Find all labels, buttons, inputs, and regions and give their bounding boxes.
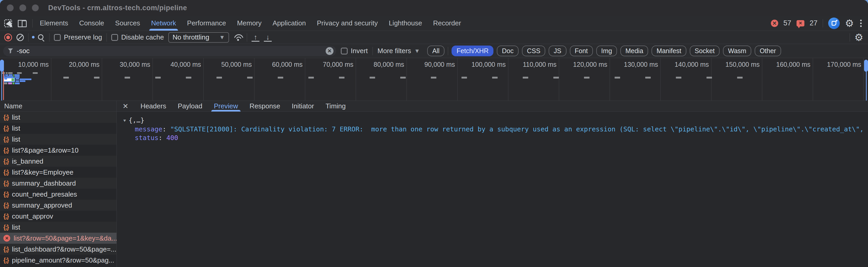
heartbeat-request-bar	[216, 77, 222, 79]
request-waterfall-bar	[6, 72, 8, 74]
table-row[interactable]: {;}list	[0, 112, 117, 123]
table-row[interactable]: {;}pipeline_amount?&row=50&pag...	[0, 255, 117, 266]
minimize-window-button[interactable]	[19, 4, 26, 11]
more-filters-button[interactable]: More filters ▼	[377, 47, 420, 55]
chip-socket[interactable]: Socket	[690, 46, 720, 56]
close-window-button[interactable]	[7, 4, 13, 11]
json-fetch-icon: {;}	[3, 158, 9, 165]
request-waterfall-bar	[16, 80, 19, 82]
window-title: DevTools - crm.altros-tech.com/pipeline	[48, 4, 187, 12]
timeline-label: 10,000 ms	[18, 61, 49, 68]
inspect-element-icon[interactable]	[4, 19, 12, 27]
chip-manifest[interactable]: Manifest	[652, 46, 686, 56]
settings-gear-icon[interactable]: ⚙	[845, 18, 854, 28]
tab-performance[interactable]: Performance	[182, 16, 232, 31]
table-row[interactable]: {;}is_banned	[0, 156, 117, 167]
error-count[interactable]: 57	[783, 19, 791, 27]
chip-other[interactable]: Other	[755, 46, 781, 56]
table-row[interactable]: {;}summary_dashboard	[0, 178, 117, 189]
tab-sources[interactable]: Sources	[110, 16, 146, 31]
table-row[interactable]: {;}list?&key=Employee	[0, 167, 117, 178]
chip-media[interactable]: Media	[620, 46, 648, 56]
chip-doc[interactable]: Doc	[497, 46, 518, 56]
invert-checkbox[interactable]: Invert	[341, 47, 368, 55]
tab-privacy-and-security[interactable]: Privacy and security	[311, 16, 383, 31]
divider	[372, 47, 373, 55]
close-details-icon[interactable]: ✕	[123, 101, 128, 112]
request-name: list_dashboard?&row=50&page=...	[12, 245, 117, 254]
tab-elements[interactable]: Elements	[34, 16, 73, 31]
checkbox-box[interactable]	[54, 34, 61, 41]
details-tab-headers[interactable]: Headers	[135, 101, 172, 112]
disable-cache-checkbox[interactable]: Disable cache	[111, 33, 164, 41]
timeline-cell: 170,000 ms	[813, 58, 864, 100]
filter-input[interactable]	[17, 47, 322, 55]
details-tab-initiator[interactable]: Initiator	[286, 101, 320, 112]
details-tab-timing[interactable]: Timing	[320, 101, 351, 112]
tab-recorder[interactable]: Recorder	[428, 16, 466, 31]
network-filter-row: ✕ Invert More filters ▼ AllFetch/XHRDocC…	[0, 44, 868, 58]
ai-assistant-button[interactable]	[828, 18, 840, 29]
zoom-window-button[interactable]	[32, 4, 39, 11]
details-tab-response[interactable]: Response	[244, 101, 286, 112]
timeline-cell: 70,000 ms	[305, 58, 356, 100]
network-conditions-icon[interactable]	[234, 34, 242, 41]
device-toolbar-icon[interactable]	[18, 19, 27, 27]
table-row[interactable]: {;}list_dashboard?&row=50&page=...	[0, 244, 117, 255]
clear-network-log-button[interactable]	[17, 34, 24, 41]
details-tab-payload[interactable]: Payload	[172, 101, 208, 112]
chip-wasm[interactable]: Wasm	[723, 46, 751, 56]
filter-pill[interactable]: ✕	[3, 46, 336, 56]
preserve-log-checkbox[interactable]: Preserve log	[54, 33, 102, 41]
record-network-log-button[interactable]	[4, 33, 12, 41]
search-network-button[interactable]	[37, 34, 45, 41]
heartbeat-request-bar	[707, 77, 712, 79]
request-name: count_need_presales	[12, 190, 77, 199]
heartbeat-request-bar	[308, 77, 314, 79]
table-row[interactable]: {;}count_need_presales	[0, 189, 117, 200]
issues-icon[interactable]: ✕	[797, 20, 804, 26]
tab-application[interactable]: Application	[267, 16, 311, 31]
timeline-cell: 140,000 ms	[661, 58, 711, 100]
console-errors-icon[interactable]: ✕	[771, 20, 778, 27]
table-row[interactable]: {;}list	[0, 123, 117, 134]
network-overview-timeline[interactable]: 10,000 ms20,000 ms30,000 ms40,000 ms50,0…	[0, 58, 868, 101]
table-row[interactable]: {;}summary_approved	[0, 200, 117, 211]
request-waterfall-bar	[14, 75, 20, 76]
table-row[interactable]: {;}list	[0, 222, 117, 233]
request-waterfall-bar	[4, 83, 7, 84]
chip-img[interactable]: Img	[596, 46, 617, 56]
kebab-menu-icon[interactable]	[859, 19, 863, 28]
panel-tabs: ElementsConsoleSourcesNetworkPerformance…	[34, 16, 466, 31]
timeline-label: 150,000 ms	[725, 61, 760, 68]
json-fetch-icon: {;}	[3, 213, 9, 220]
checkbox-box[interactable]	[111, 34, 118, 41]
chip-all[interactable]: All	[427, 46, 444, 56]
tab-network[interactable]: Network	[146, 16, 181, 31]
table-row[interactable]: {;}list?&page=1&row=10	[0, 145, 117, 156]
chip-css[interactable]: CSS	[522, 46, 545, 56]
checkbox-box[interactable]	[341, 48, 348, 55]
clear-filter-icon[interactable]: ✕	[326, 47, 334, 55]
tab-memory[interactable]: Memory	[231, 16, 267, 31]
chip-fetch-xhr[interactable]: Fetch/XHR	[452, 46, 493, 56]
json-root-expander[interactable]: ▼ {,…}	[123, 116, 868, 125]
tab-lighthouse[interactable]: Lighthouse	[383, 16, 428, 31]
throttling-select[interactable]: No throttling ▼	[168, 32, 229, 43]
heartbeat-request-bar	[676, 77, 681, 79]
issue-count[interactable]: 27	[810, 19, 817, 27]
details-tab-preview[interactable]: Preview	[208, 101, 244, 112]
network-settings-gear-icon[interactable]: ⚙	[855, 32, 863, 42]
table-row[interactable]: {;}count_approv	[0, 211, 117, 222]
request-waterfall-bar	[12, 83, 14, 84]
chip-font[interactable]: Font	[570, 46, 593, 56]
export-har-button[interactable]: ↓	[264, 33, 272, 41]
table-row[interactable]: {;}list	[0, 134, 117, 145]
import-har-button[interactable]: ↑	[252, 33, 259, 41]
chip-js[interactable]: JS	[549, 46, 566, 56]
name-column-header[interactable]: Name	[0, 101, 117, 112]
table-row[interactable]: ✕list?&row=50&page=1&key=&da...	[0, 233, 117, 244]
timeline-label: 80,000 ms	[374, 61, 404, 68]
json-fetch-icon: {;}	[3, 125, 9, 132]
tab-console[interactable]: Console	[73, 16, 110, 31]
